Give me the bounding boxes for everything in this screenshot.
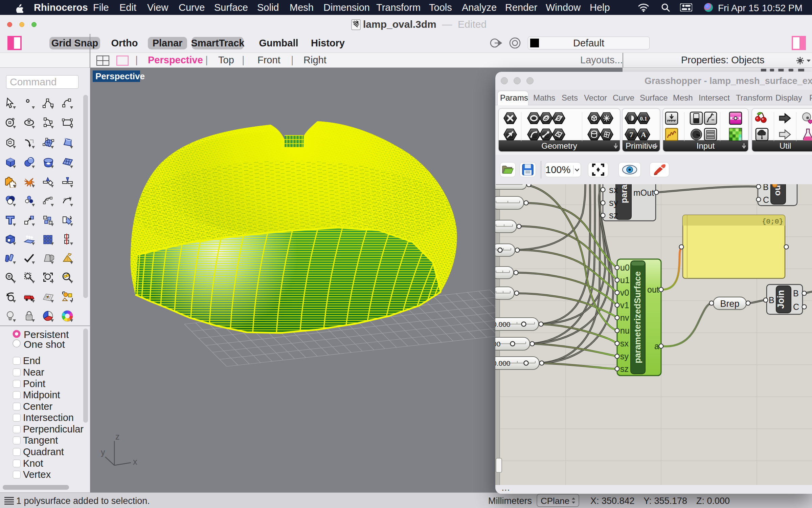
- svg-text:sx: sx: [609, 185, 618, 195]
- svg-text:u0: u0: [620, 263, 630, 272]
- svg-text:sz: sz: [609, 210, 618, 220]
- svg-text:out: out: [647, 285, 659, 294]
- svg-text:Brep: Brep: [720, 299, 739, 309]
- svg-text:Perspective: Perspective: [95, 71, 145, 81]
- svg-text:x: x: [133, 457, 137, 466]
- svg-text:a: a: [654, 341, 659, 351]
- svg-text:para: para: [619, 185, 629, 203]
- svg-text:A: A: [641, 130, 646, 139]
- svg-text:C: C: [793, 302, 799, 312]
- svg-text:nu: nu: [620, 326, 630, 335]
- svg-text:00: 00: [495, 340, 500, 348]
- svg-text:Join: Join: [776, 290, 786, 309]
- svg-text:v0: v0: [620, 288, 629, 297]
- svg-text:B: B: [769, 295, 774, 305]
- svg-text:sy: sy: [620, 352, 629, 361]
- svg-text:0.000: 0.000: [495, 359, 511, 367]
- svg-text:y: y: [101, 447, 105, 457]
- svg-text:7: 7: [630, 130, 633, 139]
- svg-text:v1: v1: [620, 300, 629, 310]
- svg-text:B: B: [793, 289, 799, 298]
- svg-text:mOut: mOut: [633, 188, 654, 197]
- svg-text:nv: nv: [620, 313, 629, 322]
- svg-text:0.1: 0.1: [640, 115, 647, 122]
- svg-text:sy: sy: [609, 198, 618, 208]
- svg-text:{0;0}: {0;0}: [762, 218, 783, 226]
- svg-text:0.000: 0.000: [495, 320, 511, 328]
- svg-text:u1: u1: [620, 275, 630, 285]
- svg-text:sz: sz: [620, 364, 629, 374]
- svg-text:sx: sx: [620, 339, 629, 348]
- svg-text:z: z: [115, 432, 120, 441]
- svg-text:B: B: [763, 184, 769, 192]
- svg-text:C: C: [763, 195, 769, 205]
- svg-text:parameterizedSurface: parameterizedSurface: [632, 271, 642, 363]
